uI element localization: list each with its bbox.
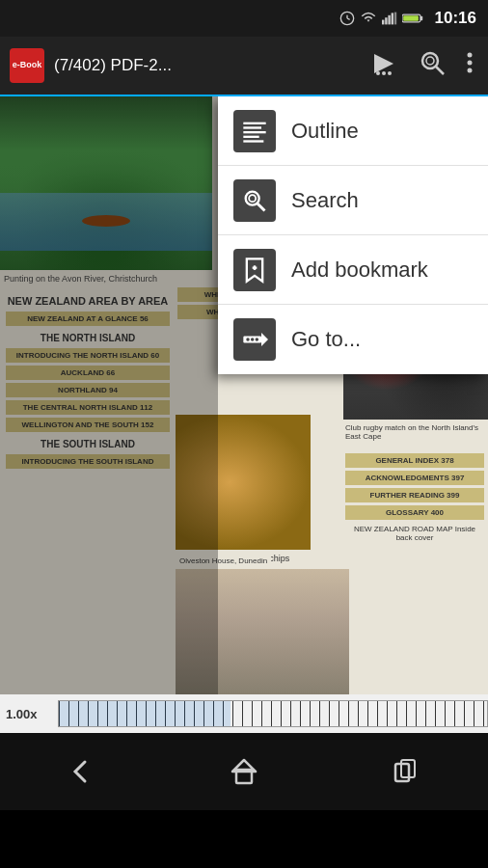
svg-rect-21 <box>243 122 265 123</box>
svg-point-26 <box>246 191 259 204</box>
goto-icon-box <box>233 318 276 361</box>
svg-marker-11 <box>374 54 393 73</box>
home-button[interactable] <box>215 750 273 793</box>
road-map-text: NEW ZEALAND ROAD MAP Inside back cover <box>345 523 484 544</box>
menu-item-outline[interactable]: Outline <box>218 96 488 166</box>
svg-marker-32 <box>261 333 268 346</box>
svg-line-27 <box>258 203 265 210</box>
status-bar: 10:16 <box>0 0 488 37</box>
svg-point-34 <box>251 338 255 341</box>
battery-icon <box>402 13 423 24</box>
magnify-button[interactable] <box>413 45 451 86</box>
bookmark-label: Add bookmark <box>291 258 428 283</box>
outline-icon-box <box>233 110 276 152</box>
bookmark-icon <box>241 257 268 284</box>
back-button[interactable] <box>52 750 110 793</box>
outline-icon <box>241 118 268 145</box>
ruler-bar: 1.00x <box>0 694 488 733</box>
svg-rect-25 <box>243 140 263 142</box>
signal-icon <box>382 12 397 25</box>
dim-overlay <box>0 96 218 694</box>
bookmark-icon-box <box>233 249 276 291</box>
general-index[interactable]: GENERAL INDEX 378 <box>345 453 484 468</box>
status-time: 10:16 <box>435 9 476 28</box>
more-button[interactable] <box>461 47 478 84</box>
recent-button[interactable] <box>378 750 436 793</box>
play-button[interactable] <box>365 48 403 84</box>
svg-rect-22 <box>243 126 261 128</box>
document-page: Punting on the Avon River, Christchurch … <box>0 96 488 694</box>
main-content: Punting on the Avon River, Christchurch … <box>0 96 488 694</box>
outline-label: Outline <box>291 119 359 144</box>
svg-point-13 <box>382 71 386 75</box>
search-icon <box>241 187 268 214</box>
goto-icon <box>241 326 268 353</box>
svg-rect-3 <box>382 20 384 25</box>
svg-line-16 <box>436 67 444 74</box>
ruler-scale[interactable] <box>58 700 488 727</box>
goto-label: Go to... <box>291 327 361 352</box>
glossary[interactable]: GLOSSARY 400 <box>345 505 484 520</box>
acknowledgments[interactable]: ACKNOWLEDGMENTS 397 <box>345 471 484 485</box>
svg-rect-5 <box>388 15 390 25</box>
svg-point-28 <box>249 195 256 202</box>
menu-item-bookmark[interactable]: Add bookmark <box>218 235 488 305</box>
app-icon: e-Book <box>10 48 44 83</box>
svg-point-15 <box>422 53 438 68</box>
svg-point-14 <box>388 71 392 75</box>
svg-rect-10 <box>403 15 419 21</box>
app-bar: e-Book (7/402) PDF-2... <box>0 37 488 96</box>
svg-rect-4 <box>385 17 387 24</box>
svg-point-17 <box>426 57 434 65</box>
svg-line-2 <box>347 18 350 19</box>
svg-point-12 <box>376 71 380 75</box>
app-title: (7/402) PDF-2... <box>54 56 355 75</box>
rugby-caption: Club rugby match on the North Island's E… <box>341 421 488 443</box>
menu-item-goto[interactable]: Go to... <box>218 305 488 374</box>
search-label: Search <box>291 188 359 213</box>
wifi-icon <box>360 12 377 25</box>
index-items: GENERAL INDEX 378 ACKNOWLEDGMENTS 397 FU… <box>341 448 488 549</box>
search-icon-box <box>233 179 276 222</box>
svg-point-20 <box>468 68 473 73</box>
svg-rect-24 <box>243 135 258 137</box>
svg-point-18 <box>468 53 473 58</box>
dropdown-menu: Outline Search <box>218 96 488 374</box>
svg-point-35 <box>256 338 259 341</box>
further-reading[interactable]: FURTHER READING 399 <box>345 488 484 502</box>
zoom-label: 1.00x <box>6 707 38 721</box>
svg-point-33 <box>246 338 250 341</box>
svg-rect-23 <box>243 131 265 133</box>
svg-rect-6 <box>391 13 393 24</box>
menu-item-search[interactable]: Search <box>218 166 488 235</box>
clock-icon <box>339 11 355 26</box>
svg-rect-7 <box>393 13 395 25</box>
svg-point-19 <box>468 61 473 66</box>
bottom-nav <box>0 733 488 810</box>
svg-rect-9 <box>420 16 421 21</box>
status-icons <box>339 11 423 26</box>
